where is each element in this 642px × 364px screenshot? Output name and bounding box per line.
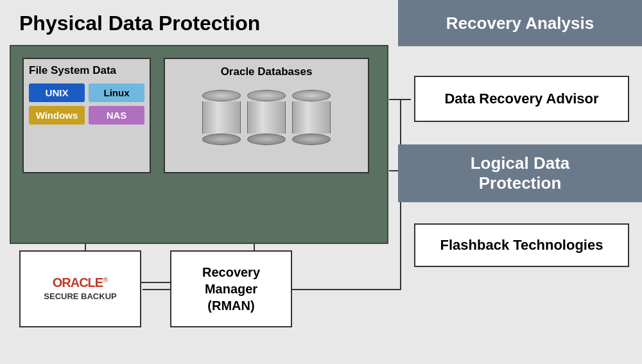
db-body-2 <box>247 101 286 134</box>
oracle-db-title: Oracle Databases <box>221 65 313 78</box>
connector-rman-right <box>292 289 401 290</box>
oracle-logo: ORACLE <box>53 276 103 289</box>
page-title: Physical Data Protection <box>19 12 260 35</box>
db-top-2 <box>247 90 286 101</box>
oracle-secure-backup-box: ORACLE ® SECURE BACKUP <box>19 250 141 327</box>
db-bottom-1 <box>202 134 241 145</box>
connector-to-ra <box>400 99 411 100</box>
db-cylinder-1 <box>202 90 241 145</box>
windows-button[interactable]: Windows <box>29 106 85 125</box>
rman-box: Recovery Manager (RMAN) <box>170 250 292 327</box>
logical-protection-title: Logical Data Protection <box>471 153 570 193</box>
flashback-technologies-title: Flashback Technologies <box>440 237 603 254</box>
oracle-databases-box: Oracle Databases <box>164 58 369 173</box>
linux-button[interactable]: Linux <box>89 83 144 102</box>
db-bottom-3 <box>292 134 331 145</box>
flashback-technologies-box: Flashback Technologies <box>414 223 629 267</box>
nas-button[interactable]: NAS <box>89 106 144 125</box>
file-system-title: File System Data <box>29 64 144 77</box>
db-cylinder-3 <box>292 90 331 145</box>
recovery-analysis-title: Recovery Analysis <box>446 13 594 33</box>
db-cylinder-2 <box>247 90 286 145</box>
connector-secure-rman <box>143 289 171 290</box>
file-system-box: File System Data UNIX Linux Windows NAS <box>22 58 151 173</box>
db-body-3 <box>292 101 331 134</box>
fs-buttons: UNIX Linux Windows NAS <box>29 83 144 125</box>
db-icons <box>202 90 331 145</box>
oracle-secure-subtitle: SECURE BACKUP <box>44 291 116 302</box>
db-top-1 <box>202 90 241 101</box>
recovery-analysis-header: Recovery Analysis <box>398 0 642 46</box>
data-recovery-advisor-title: Data Recovery Advisor <box>444 91 598 107</box>
db-bottom-2 <box>247 134 286 145</box>
rman-title: Recovery Manager (RMAN) <box>202 264 260 314</box>
unix-button[interactable]: UNIX <box>29 83 85 102</box>
db-body-1 <box>202 101 241 134</box>
oracle-registered: ® <box>103 276 108 284</box>
db-top-3 <box>292 90 331 101</box>
logical-protection-header: Logical Data Protection <box>398 144 642 202</box>
data-recovery-advisor-box: Data Recovery Advisor <box>414 76 629 122</box>
